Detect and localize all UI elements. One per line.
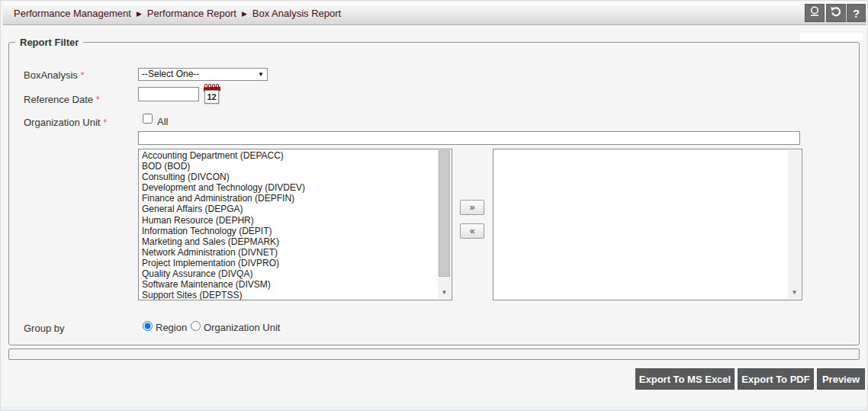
user-session-icon (809, 5, 821, 21)
org-unit-option[interactable]: Development and Technology (DIVDEV) (139, 182, 438, 193)
help-icon: ? (853, 7, 860, 20)
box-analysis-label: BoxAnalysis* (24, 69, 84, 81)
breadcrumb-separator-icon: ▶ (242, 10, 247, 18)
org-unit-option[interactable]: Information Technology (DEPIT) (139, 226, 438, 236)
breadcrumb-performance-report[interactable]: Performance Report (147, 8, 236, 19)
org-unit-option[interactable]: Accounting Department (DEPACC) (139, 150, 438, 161)
org-unit-all-label[interactable]: All (157, 116, 168, 127)
report-filter-legend: Report Filter (15, 37, 83, 48)
org-unit-option[interactable]: Quality Assurance (DIVQA) (139, 268, 438, 279)
org-unit-available-listbox[interactable]: Accounting Department (DEPACC) BOD (BOD)… (138, 149, 452, 300)
calendar-day-icon: 12 (204, 90, 219, 104)
required-asterisk: * (103, 117, 107, 128)
org-unit-selected-listbox[interactable]: ▼ (493, 149, 802, 300)
org-unit-search-input[interactable] (138, 131, 800, 145)
org-unit-option[interactable]: General Affairs (DEPGA) (139, 204, 438, 214)
box-analysis-report-page: Performance Management▶Performance Repor… (0, 0, 868, 411)
breadcrumb: Performance Management▶Performance Repor… (14, 2, 341, 25)
preview-button[interactable]: Preview (817, 368, 865, 390)
scroll-down-icon[interactable]: ▼ (438, 288, 451, 297)
move-left-button[interactable]: « (460, 223, 484, 239)
org-unit-all-checkbox[interactable] (143, 114, 153, 124)
help-button[interactable]: ? (847, 4, 866, 22)
required-asterisk: * (81, 70, 85, 81)
reset-button[interactable] (826, 4, 846, 22)
org-unit-option[interactable]: Marketing and Sales (DEPMARK) (139, 236, 438, 247)
breadcrumb-separator-icon: ▶ (137, 10, 142, 18)
collapsed-panel (8, 348, 860, 360)
breadcrumb-performance-management[interactable]: Performance Management (14, 8, 131, 19)
scrollbar-thumb[interactable] (439, 150, 450, 277)
required-asterisk: * (96, 95, 100, 105)
export-pdf-button[interactable]: Export To PDF (738, 368, 814, 390)
chevron-down-icon: ▼ (255, 71, 267, 78)
org-unit-option[interactable]: Project Implementation (DIVPRO) (139, 258, 438, 268)
organization-unit-label: Organization Unit* (24, 117, 107, 128)
scroll-down-icon[interactable]: ▼ (788, 288, 801, 297)
reference-date-label: Reference Date* (24, 94, 100, 105)
reference-date-input[interactable] (138, 87, 199, 101)
group-by-region-radio[interactable] (143, 321, 153, 331)
breadcrumb-box-analysis-report[interactable]: Box Analysis Report (252, 8, 341, 19)
org-unit-option[interactable]: Software Maintenance (DIVSM) (139, 279, 438, 290)
group-by-org-unit-label[interactable]: Organization Unit (204, 322, 280, 333)
org-unit-option[interactable]: Support Sites (DEPTSS) (139, 290, 438, 300)
group-by-label: Group by (24, 323, 64, 334)
undo-icon (830, 5, 842, 21)
org-unit-option[interactable]: BOD (BOD) (139, 161, 438, 172)
group-by-region-label[interactable]: Region (156, 322, 187, 333)
box-analysis-select[interactable]: --Select One-- ▼ (138, 68, 268, 81)
org-unit-option[interactable]: Human Resource (DEPHR) (139, 215, 438, 226)
export-excel-button[interactable]: Export To MS Excel (635, 368, 735, 390)
available-listbox-scrollbar[interactable]: ▼ (438, 150, 451, 299)
org-unit-option[interactable]: Finance and Administration (DEPFIN) (139, 193, 438, 204)
breadcrumb-bar: Performance Management▶Performance Repor… (3, 2, 866, 25)
org-unit-option[interactable]: Network Administration (DIVNET) (139, 247, 438, 258)
user-session-button[interactable] (805, 4, 825, 22)
calendar-picker-button[interactable]: 12 (204, 84, 222, 104)
org-unit-available-items: Accounting Department (DEPACC) BOD (BOD)… (139, 150, 438, 300)
footer-strip (1, 406, 868, 411)
selected-listbox-scrollbar[interactable]: ▼ (788, 150, 801, 299)
box-analysis-selected-value: --Select One-- (139, 69, 255, 80)
move-right-button[interactable]: » (460, 200, 484, 215)
org-unit-option[interactable]: Consulting (DIVCON) (139, 172, 438, 182)
group-by-org-unit-radio[interactable] (191, 321, 201, 331)
